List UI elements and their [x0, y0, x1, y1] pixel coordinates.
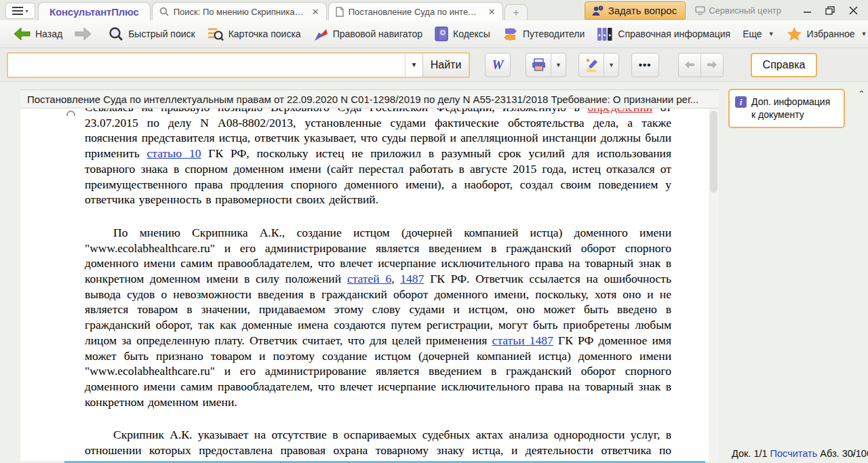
- printer-icon: [532, 58, 546, 71]
- codes-button[interactable]: Кодексы: [429, 23, 496, 45]
- chevron-down-icon: ▼: [861, 31, 867, 37]
- chevron-down-icon: ▼: [604, 62, 618, 68]
- ellipsis-icon: •••: [632, 59, 658, 71]
- forward-button[interactable]: [68, 24, 98, 44]
- document-title-bar[interactable]: Постановление Суда по интеллектуальным п…: [20, 89, 719, 108]
- tab-label: Постановление Суда по интеллектуальн: [349, 7, 481, 17]
- document-title: Постановление Суда по интеллектуальным п…: [27, 94, 698, 105]
- codes-book-icon: [435, 26, 448, 41]
- print-button-group: ▼: [526, 53, 566, 77]
- favorites-button[interactable]: Избранное ▼: [781, 23, 868, 45]
- document-link[interactable]: 1487: [400, 272, 424, 285]
- doc-info-label: Доп. информация к документу: [751, 96, 837, 121]
- document-paragraph: По мнению Скрипника А.К., создание истцо…: [85, 225, 671, 409]
- tab-search-results[interactable]: Поиск: По мнению Скрипника А.К., созда ✕: [152, 2, 327, 20]
- highlight-options-dropdown[interactable]: ▼: [604, 54, 618, 77]
- minimize-icon: [803, 6, 812, 15]
- word-icon: W: [492, 58, 504, 73]
- export-word-button[interactable]: W: [485, 53, 511, 77]
- forward-arrow-icon: [75, 27, 92, 41]
- search-icon: [159, 7, 169, 16]
- document-paragraph: Скрипник А.К. указывает на отсутствие в …: [85, 427, 671, 461]
- chevron-down-icon: ▾: [25, 8, 28, 14]
- document-body[interactable]: Ссылаясь на правовую позицию Верховного …: [20, 108, 709, 461]
- scroll-up-icon[interactable]: ⌃: [858, 89, 865, 99]
- guides-button[interactable]: Путеводители: [496, 23, 591, 45]
- restore-icon: [825, 6, 835, 15]
- chevron-down-icon: ▼: [551, 62, 566, 68]
- prev-fragment-button[interactable]: [679, 54, 701, 77]
- document-icon: [336, 7, 344, 17]
- search-group: ▼ Найти: [7, 52, 470, 78]
- close-icon[interactable]: ✕: [488, 7, 496, 16]
- tab-document[interactable]: Постановление Суда по интеллектуальн ✕: [328, 2, 503, 20]
- info-icon: i: [735, 96, 747, 108]
- document-text: ,: [391, 272, 400, 285]
- close-icon: [849, 6, 858, 15]
- document-link[interactable]: статей 6: [347, 272, 391, 285]
- help-button[interactable]: Справка: [751, 53, 818, 77]
- highlighter-button[interactable]: [579, 54, 604, 77]
- ask-question-label: Задать вопрос: [608, 5, 677, 16]
- legal-navigator-button[interactable]: Правовой навигатор: [307, 24, 429, 45]
- document-link[interactable]: определении: [587, 108, 652, 114]
- legal-navigator-icon: [313, 27, 328, 41]
- binders-icon: [597, 26, 613, 41]
- doc-nav-group: [678, 53, 724, 77]
- print-options-dropdown[interactable]: ▼: [551, 54, 566, 77]
- paragraph-counter: Абз. 30/100: [820, 448, 868, 459]
- main-toolbar: Назад Быстрый поиск Карточка поиска Прав…: [0, 20, 868, 48]
- search-input[interactable]: [8, 54, 405, 77]
- reference-info-button[interactable]: Справочная информация: [591, 23, 736, 45]
- tab-home[interactable]: КонсультантПлюс: [38, 2, 151, 20]
- find-button[interactable]: Найти: [422, 54, 469, 77]
- close-window-button[interactable]: [844, 2, 863, 18]
- arrow-left-icon: [684, 60, 695, 69]
- count-link[interactable]: Посчитать: [770, 448, 818, 459]
- search-card-icon: [208, 27, 224, 41]
- service-center-button[interactable]: Сервисный центр: [695, 5, 781, 16]
- tab-label: Поиск: По мнению Скрипника А.К., созда: [174, 7, 305, 17]
- ask-question-icon: !: [591, 5, 604, 17]
- chevron-down-icon: ▼: [411, 61, 418, 68]
- ask-question-button[interactable]: ! Задать вопрос: [585, 1, 686, 20]
- highlight-button-group: ▼: [578, 53, 619, 77]
- minimize-button[interactable]: [797, 2, 816, 18]
- search-row: ▼ Найти W ▼ ▼ ••• Справка: [0, 48, 868, 82]
- more-actions-button[interactable]: •••: [631, 53, 659, 77]
- window-controls: [797, 2, 863, 18]
- brand-logo: КонсультантПлюс: [50, 6, 139, 18]
- doc-info-button[interactable]: i Доп. информация к документу: [728, 89, 845, 128]
- document-paragraph: Ссылаясь на правовую позицию Верховного …: [85, 108, 671, 207]
- tabbar-right: ! Задать вопрос Сервисный центр: [585, 0, 863, 20]
- quick-search-button[interactable]: Быстрый поиск: [102, 23, 201, 45]
- chevron-down-icon: ▼: [768, 31, 774, 37]
- document-scrollbar[interactable]: [709, 108, 719, 461]
- document-text: Скрипник А.К. указывает на отсутствие в …: [85, 428, 671, 461]
- status-bar: Док. 1/1 Посчитать Абз. 30/100: [732, 448, 868, 459]
- magnifier-icon: [108, 26, 123, 41]
- back-button[interactable]: Назад: [7, 24, 68, 44]
- main-menu-button[interactable]: ▾: [5, 3, 35, 19]
- document-link[interactable]: статью 10: [147, 146, 201, 160]
- search-history-dropdown[interactable]: ▼: [405, 54, 422, 77]
- new-tab-button[interactable]: ＋: [505, 4, 528, 20]
- close-icon[interactable]: ✕: [312, 7, 319, 16]
- document-text: Ссылаясь на правовую позицию Верховного …: [85, 108, 587, 114]
- restore-button[interactable]: [821, 2, 840, 18]
- doc-counter: Док. 1/1: [732, 448, 768, 459]
- bookmark-icon[interactable]: [66, 110, 75, 116]
- print-button[interactable]: [526, 54, 551, 77]
- back-arrow-icon: [13, 27, 31, 41]
- signpost-icon: [502, 26, 518, 41]
- next-fragment-button[interactable]: [701, 54, 723, 77]
- search-card-button[interactable]: Карточка поиска: [201, 24, 307, 45]
- service-center-label: Сервисный центр: [709, 5, 781, 16]
- scrollbar-thumb[interactable]: [710, 111, 717, 193]
- service-center-icon: [695, 6, 705, 15]
- plus-icon: ＋: [511, 6, 521, 19]
- hamburger-icon: [12, 7, 23, 15]
- more-button[interactable]: Еще ▼: [736, 25, 780, 43]
- document-link[interactable]: статьи 1487: [492, 334, 553, 347]
- star-icon: [787, 26, 802, 41]
